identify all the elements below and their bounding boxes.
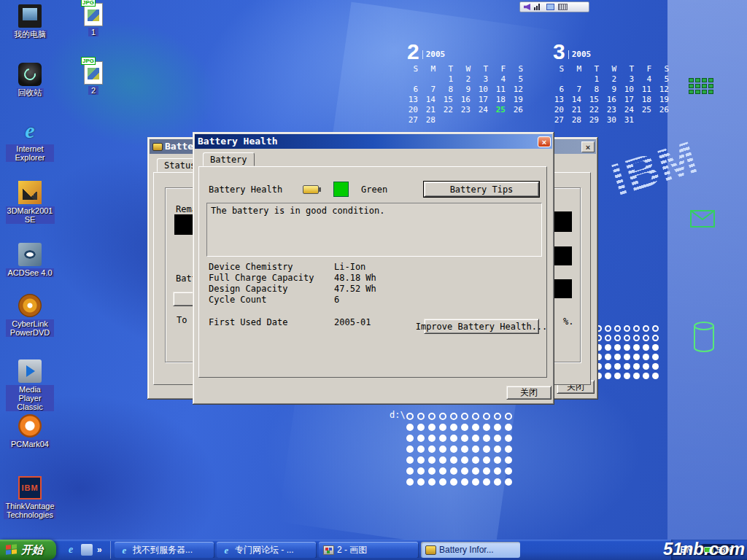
calendar-date: 8 xyxy=(587,85,604,95)
battery-tab-page: Battery Health Green Battery Tips The ba… xyxy=(198,166,547,378)
calendar-date: 25 xyxy=(639,105,657,115)
task-button[interactable]: Battery Infor... xyxy=(421,542,520,558)
desktop-icon-media-player-classic[interactable]: Media Player Classic xyxy=(6,359,54,411)
calendar-date: 11 xyxy=(639,85,657,95)
battery-health-label: Battery Health xyxy=(209,184,282,195)
floating-toolbar[interactable] xyxy=(519,1,589,12)
ibm-icon: IBM xyxy=(18,476,42,499)
field-row: Design Capacity47.52 Wh xyxy=(209,284,376,295)
desktop-icon-acdsee[interactable]: ACDSee 4.0 xyxy=(6,243,54,277)
calendar-date: 1 xyxy=(441,74,458,85)
desktop-icon-label: Internet Explorer xyxy=(6,144,54,162)
calendar-day-header: T xyxy=(622,64,639,74)
calendar-date: 17 xyxy=(476,95,493,105)
start-button[interactable]: 开始 xyxy=(0,540,56,560)
close-button[interactable]: 关闭 xyxy=(506,386,551,400)
improve-battery-health-button[interactable]: Improve Battery Health... xyxy=(424,319,539,334)
jpg-file-icon: JPG xyxy=(84,61,103,85)
close-icon[interactable]: × xyxy=(538,136,551,147)
calendar-date: 6 xyxy=(551,85,569,95)
calendar-date: 26 xyxy=(511,105,528,115)
calendar-date: 11 xyxy=(493,85,511,95)
desktop-icon-label: 我的电脑 xyxy=(12,30,47,39)
internet-explorer-icon[interactable]: e xyxy=(65,544,77,556)
recycle-icon xyxy=(18,63,42,86)
desktop-icon-label: CyberLink PowerDVD xyxy=(6,319,54,337)
start-label: 开始 xyxy=(21,543,43,557)
task-button[interactable]: e找不到服务器... xyxy=(115,542,214,558)
battery-health-dialog[interactable]: Battery Health × Battery Battery Health … xyxy=(193,132,554,405)
drive-label: d:\ xyxy=(390,410,406,420)
calendar-day-header: F xyxy=(639,64,657,74)
speaker-icon[interactable] xyxy=(524,4,530,10)
show-desktop-icon[interactable] xyxy=(81,544,93,556)
calendar-date: 3 xyxy=(476,74,493,85)
calendar-date: 15 xyxy=(587,95,604,105)
desktop-icon-recycle-bin[interactable]: 回收站 xyxy=(6,63,54,97)
battery-icon xyxy=(303,185,319,194)
desktop-icon-cyberlink-powerdvd[interactable]: CyberLink PowerDVD xyxy=(6,294,54,337)
field-row: Full Charge Capacity48.18 Wh xyxy=(209,273,376,284)
calendar-month-number: 3 xyxy=(553,41,565,63)
file-icon-jpg-file-2[interactable]: JPG2 xyxy=(71,61,115,95)
volume-bars-icon[interactable] xyxy=(534,4,543,10)
desktop-icon-my-computer[interactable]: 我的电脑 xyxy=(6,4,54,39)
battery-tips-button[interactable]: Battery Tips xyxy=(424,182,539,197)
calendar-day-header: S xyxy=(406,64,423,74)
calendar-date: 24 xyxy=(476,105,493,115)
calendar-date: 6 xyxy=(406,85,423,95)
health-status-text: Green xyxy=(361,184,387,195)
calendar-date xyxy=(657,115,674,125)
quick-launch-bar: e» xyxy=(59,541,111,559)
field-label: Cycle Count xyxy=(209,295,334,306)
calendar-date: 8 xyxy=(441,85,458,95)
calendar-date: 5 xyxy=(511,74,528,85)
envelope-icon xyxy=(690,210,715,228)
file-icon-jpg-file-1[interactable]: JPG1 xyxy=(71,3,115,36)
calendar-date: 27 xyxy=(406,115,423,125)
calendar-date: 29 xyxy=(587,115,604,125)
calendar-date: 5 xyxy=(657,74,674,85)
desktop-icon-label: ACDSee 4.0 xyxy=(6,268,53,277)
first-used-row: First Used Date 2005-01 xyxy=(209,317,371,327)
desktop-icon-pcmark04[interactable]: PCMark04 xyxy=(6,414,54,448)
calendar-date xyxy=(476,115,493,125)
ie-icon: e xyxy=(119,545,130,555)
field-value: 6 xyxy=(334,295,339,306)
calendar-date: 17 xyxy=(622,95,639,105)
gauge-segment xyxy=(551,279,572,298)
more-chevron-icon[interactable]: » xyxy=(97,544,104,556)
ie-icon: e xyxy=(221,545,232,555)
dot-grid-art xyxy=(406,413,516,489)
display-icon[interactable] xyxy=(546,4,554,10)
calendar-date: 23 xyxy=(604,105,622,115)
desktop-icon-thinkvantage-technologies[interactable]: IBMThinkVantage Technologies xyxy=(6,476,54,519)
first-used-value: 2005-01 xyxy=(334,317,371,327)
tab-battery[interactable]: Battery xyxy=(203,152,255,166)
task-button[interactable]: 2 - 画图 xyxy=(319,542,418,558)
dialog-title: Battery Health xyxy=(198,134,535,149)
field-label: Design Capacity xyxy=(209,284,334,295)
task-label: Battery Infor... xyxy=(439,545,494,555)
battery-app-icon xyxy=(152,143,163,151)
ie-icon: e xyxy=(18,119,42,142)
calendar-date: 19 xyxy=(657,95,674,105)
calendar-date: 28 xyxy=(569,115,587,125)
close-icon[interactable]: × xyxy=(581,141,595,152)
calendar-date xyxy=(639,115,657,125)
calendar-date: 22 xyxy=(441,105,458,115)
desktop-icon-internet-explorer[interactable]: eInternet Explorer xyxy=(6,119,54,162)
calendar-date: 10 xyxy=(476,85,493,95)
keyboard-icon[interactable] xyxy=(558,4,568,10)
calendar-date: 25 xyxy=(493,105,511,115)
calendar-day-header: T xyxy=(476,64,493,74)
task-button[interactable]: e专门网论坛 - ... xyxy=(217,542,316,558)
calendar-date xyxy=(569,74,587,85)
task-label: 专门网论坛 - ... xyxy=(235,544,294,556)
dialog-titlebar[interactable]: Battery Health × xyxy=(195,134,552,149)
jpg-badge: JPG xyxy=(81,0,96,7)
desktop-icon-3dmark2001-se[interactable]: 3DMark2001 SE xyxy=(6,181,54,224)
calendar-date xyxy=(406,74,423,85)
calendar-date: 15 xyxy=(441,95,458,105)
desktop-icon-label: 回收站 xyxy=(17,88,44,97)
